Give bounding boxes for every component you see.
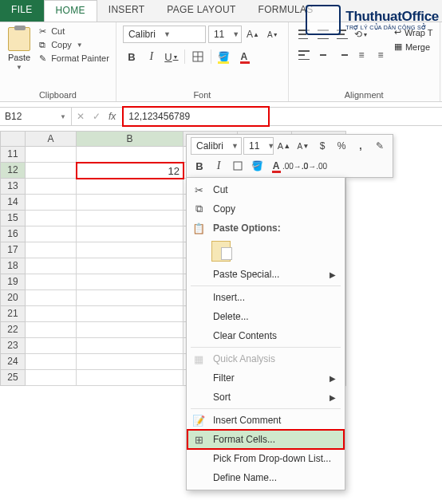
mini-grow-font-icon[interactable]: A▲ — [275, 137, 293, 155]
mini-currency-icon[interactable]: $ — [314, 137, 331, 155]
row-head[interactable]: 17 — [0, 242, 26, 258]
mini-percent-icon[interactable]: % — [333, 137, 350, 155]
align-center-icon[interactable] — [314, 46, 332, 64]
cell[interactable] — [77, 211, 184, 226]
row-head[interactable]: 15 — [0, 211, 26, 226]
row-head[interactable]: 21 — [0, 306, 26, 322]
mini-brush-icon[interactable]: ✎ — [371, 137, 389, 155]
mini-bold-button[interactable]: B — [191, 157, 208, 175]
cell[interactable] — [26, 322, 77, 338]
border-button[interactable] — [189, 48, 207, 65]
selected-cell[interactable]: 12 — [76, 162, 184, 179]
ctx-pick-from-list[interactable]: Pick From Drop-down List... — [187, 449, 344, 468]
cell[interactable] — [26, 370, 77, 386]
ctx-sort[interactable]: Sort▶ — [187, 388, 344, 407]
cell[interactable] — [26, 338, 77, 354]
italic-button[interactable]: I — [143, 48, 160, 65]
row-head[interactable]: 23 — [0, 338, 26, 354]
cell[interactable] — [26, 258, 77, 274]
font-color-button[interactable]: A — [235, 48, 253, 65]
ctx-filter[interactable]: Filter▶ — [187, 368, 344, 388]
ctx-insert-comment[interactable]: 📝Insert Comment — [187, 411, 344, 430]
cell[interactable] — [77, 338, 184, 354]
fx-icon[interactable]: fx — [109, 111, 116, 122]
indent-decrease-icon[interactable]: ≡ — [353, 46, 370, 64]
cell[interactable] — [26, 290, 77, 306]
tab-insert[interactable]: INSERT — [97, 0, 156, 22]
fill-color-button[interactable]: 🪣 — [215, 48, 233, 65]
mini-inc-decimal-icon[interactable]: .0→.00 — [306, 157, 323, 175]
cell[interactable] — [26, 242, 77, 258]
mini-shrink-font-icon[interactable]: A▼ — [294, 137, 312, 155]
mini-comma-icon[interactable]: , — [352, 137, 369, 155]
cell[interactable] — [77, 290, 184, 306]
cell[interactable] — [77, 226, 184, 242]
cell[interactable] — [77, 322, 184, 338]
ctx-paste-special[interactable]: Paste Special...▶ — [187, 265, 344, 284]
cell[interactable] — [77, 179, 184, 195]
worksheet-grid[interactable]: A B C D E 11 12 13 14 15 16 17 18 19 20 — [0, 131, 442, 386]
row-head[interactable]: 24 — [0, 354, 26, 370]
cell[interactable] — [26, 354, 77, 370]
cell[interactable] — [26, 163, 77, 179]
indent-increase-icon[interactable]: ≡ — [372, 46, 389, 64]
merge-button[interactable]: ▦Merge — [394, 41, 433, 52]
cancel-icon[interactable]: ✕ — [77, 111, 85, 122]
enter-icon[interactable]: ✓ — [93, 111, 101, 122]
font-size-combo[interactable]: 11▼ — [208, 26, 242, 43]
align-right-icon[interactable] — [333, 46, 351, 64]
ctx-cut[interactable]: ✂Cut — [187, 180, 344, 199]
ctx-clear-contents[interactable]: Clear Contents — [187, 326, 344, 345]
align-left-icon[interactable] — [295, 46, 313, 64]
row-head[interactable]: 25 — [0, 370, 26, 386]
row-head[interactable]: 22 — [0, 322, 26, 338]
cell[interactable] — [77, 195, 184, 211]
increase-font-icon[interactable]: A▲ — [244, 26, 262, 43]
row-head[interactable]: 19 — [0, 274, 26, 290]
tab-page-layout[interactable]: PAGE LAYOUT — [156, 0, 247, 22]
font-family-combo[interactable]: Calibri▼ — [123, 26, 206, 43]
row-head[interactable]: 18 — [0, 258, 26, 274]
col-head-a[interactable]: A — [26, 131, 77, 147]
select-all-corner[interactable] — [0, 131, 26, 147]
cell[interactable] — [26, 195, 77, 211]
formula-input[interactable]: 12,123456789 — [122, 106, 270, 127]
underline-button[interactable]: U▼ — [163, 48, 180, 65]
ctx-copy[interactable]: ⧉Copy — [187, 199, 344, 219]
cell[interactable] — [77, 274, 184, 290]
mini-italic-button[interactable]: I — [210, 157, 227, 175]
cell[interactable] — [26, 274, 77, 290]
cell[interactable] — [26, 179, 77, 195]
ctx-format-cells[interactable]: ⊞Format Cells... — [187, 430, 344, 449]
row-head[interactable]: 12 — [0, 163, 26, 179]
bold-button[interactable]: B — [123, 48, 140, 65]
mini-border-icon[interactable] — [229, 157, 247, 175]
row-head[interactable]: 14 — [0, 195, 26, 211]
row-head[interactable]: 16 — [0, 226, 26, 242]
row-head[interactable]: 13 — [0, 179, 26, 195]
row-head[interactable]: 11 — [0, 147, 26, 163]
name-box[interactable]: B12▼ — [0, 108, 72, 125]
tab-file[interactable]: FILE — [0, 0, 44, 22]
paste-button[interactable]: Paste ▼ — [6, 26, 32, 73]
row-head[interactable]: 20 — [0, 290, 26, 306]
copy-button[interactable]: ⧉Copy▼ — [37, 39, 109, 50]
ctx-paste-default[interactable] — [187, 238, 344, 265]
cell[interactable] — [26, 306, 77, 322]
cell[interactable] — [77, 306, 184, 322]
cell[interactable] — [26, 147, 77, 163]
cut-button[interactable]: ✂Cut — [37, 26, 109, 37]
cell[interactable] — [77, 258, 184, 274]
cell[interactable] — [77, 370, 184, 386]
mini-size-combo[interactable]: 11▼ — [243, 137, 274, 155]
tab-home[interactable]: HOME — [44, 0, 97, 22]
mini-fill-icon[interactable]: 🪣 — [248, 157, 266, 175]
cell[interactable] — [26, 226, 77, 242]
decrease-font-icon[interactable]: A▼ — [264, 26, 282, 43]
cell[interactable] — [77, 242, 184, 258]
cell[interactable] — [77, 147, 184, 163]
cell[interactable] — [77, 354, 184, 370]
cell[interactable] — [26, 211, 77, 226]
ctx-define-name[interactable]: Define Name... — [187, 468, 344, 487]
format-painter-button[interactable]: ✎Format Painter — [37, 53, 109, 64]
